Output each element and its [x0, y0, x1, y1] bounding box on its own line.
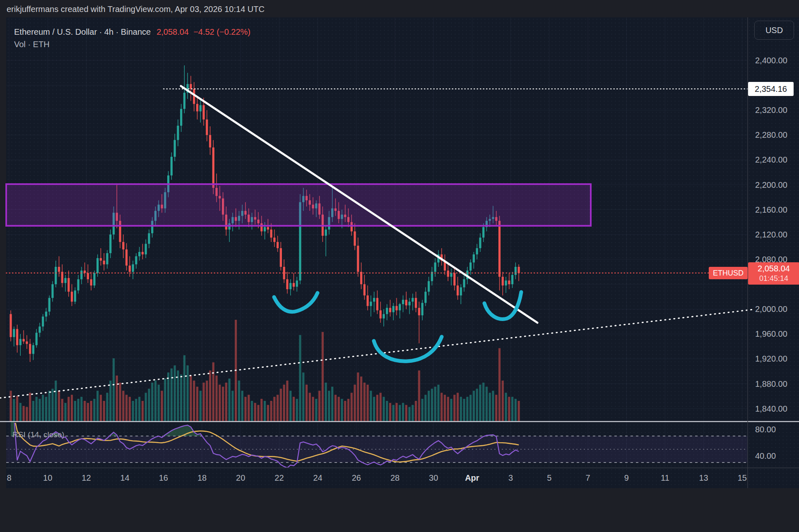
bar-countdown: 01:45:14: [748, 274, 799, 283]
marked-level-price-label: 2,354.16: [748, 82, 794, 96]
symbol-title: Ethereum / U.S. Dollar · 4h · Binance: [14, 27, 151, 36]
last-price-label: 2,058.04 01:45:14: [748, 262, 799, 285]
volume-indicator-label[interactable]: Vol · ETH: [14, 40, 50, 49]
attribution-text: erikjuffermans created with TradingView.…: [7, 5, 265, 14]
legend-change: −4.52 (−0.22%): [193, 27, 250, 36]
attribution-bar: erikjuffermans created with TradingView.…: [0, 0, 799, 17]
symbol-legend[interactable]: Ethereum / U.S. Dollar · 4h · Binance2,0…: [14, 27, 250, 37]
currency-toggle-button[interactable]: USD: [754, 21, 794, 40]
rsi-indicator-label[interactable]: RSI (14, close): [12, 430, 65, 439]
footer-bar: TradingView: [0, 488, 799, 532]
chart-widget[interactable]: [6, 17, 799, 488]
tradingview-chart-screenshot: erikjuffermans created with TradingView.…: [0, 0, 799, 532]
legend-last-price: 2,058.04: [156, 27, 189, 36]
last-price-value: 2,058.04: [748, 264, 799, 274]
symbol-price-tag: ETHUSD: [709, 267, 748, 279]
